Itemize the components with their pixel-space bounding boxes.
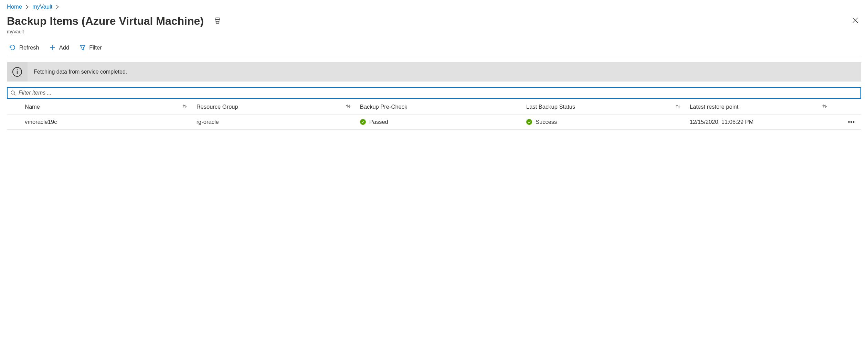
cell-precheck: Passed — [357, 115, 523, 130]
refresh-label: Refresh — [19, 44, 39, 51]
breadcrumb-home[interactable]: Home — [7, 3, 22, 10]
row-more-actions[interactable]: ••• — [833, 115, 861, 130]
breadcrumb: Home myVault — [7, 3, 861, 10]
svg-rect-0 — [216, 18, 219, 20]
info-banner: Fetching data from service completed. — [7, 62, 861, 82]
chevron-right-icon — [25, 4, 29, 10]
cell-resource-group: rg-oracle — [193, 115, 357, 130]
column-header-name[interactable]: Name — [7, 99, 193, 115]
search-icon — [10, 90, 16, 96]
column-header-last-status[interactable]: Last Backup Status — [523, 99, 686, 115]
cell-restore-point: 12/15/2020, 11:06:29 PM — [686, 115, 833, 130]
chevron-right-icon — [56, 4, 59, 10]
cell-name: vmoracle19c — [7, 115, 193, 130]
svg-rect-1 — [215, 20, 220, 22]
close-icon[interactable] — [852, 17, 858, 25]
success-check-icon — [360, 119, 366, 125]
column-header-precheck[interactable]: Backup Pre-Check — [357, 99, 523, 115]
filter-input[interactable] — [18, 89, 858, 96]
svg-rect-2 — [216, 21, 219, 23]
sort-icon — [182, 103, 188, 110]
filter-button[interactable]: Filter — [77, 43, 104, 52]
refresh-icon — [9, 44, 16, 51]
svg-point-4 — [17, 69, 18, 71]
info-message: Fetching data from service completed. — [28, 62, 127, 82]
add-button[interactable]: Add — [47, 43, 71, 52]
column-header-restore-point[interactable]: Latest restore point — [686, 99, 833, 115]
page-subtitle: myVault — [7, 29, 861, 34]
plus-icon — [50, 44, 56, 51]
cell-last-status: Success — [523, 115, 686, 130]
sort-icon — [346, 103, 351, 110]
sort-icon — [675, 103, 681, 110]
breadcrumb-vault[interactable]: myVault — [32, 3, 52, 10]
add-label: Add — [59, 44, 69, 51]
filter-label: Filter — [89, 44, 102, 51]
funnel-icon — [80, 44, 86, 51]
filter-box[interactable] — [7, 87, 861, 99]
sort-icon — [822, 103, 827, 110]
refresh-button[interactable]: Refresh — [7, 43, 41, 52]
info-icon — [12, 66, 23, 77]
page-title: Backup Items (Azure Virtual Machine) — [7, 15, 204, 28]
ellipsis-icon: ••• — [848, 119, 855, 125]
print-icon[interactable] — [214, 17, 221, 25]
success-check-icon — [526, 119, 532, 125]
column-header-resource-group[interactable]: Resource Group — [193, 99, 357, 115]
svg-point-5 — [11, 91, 14, 94]
table-row[interactable]: vmoracle19c rg-oracle Passed — [7, 115, 861, 130]
toolbar: Refresh Add Filter — [7, 43, 861, 56]
backup-items-table: Name Resource Group — [7, 99, 861, 130]
